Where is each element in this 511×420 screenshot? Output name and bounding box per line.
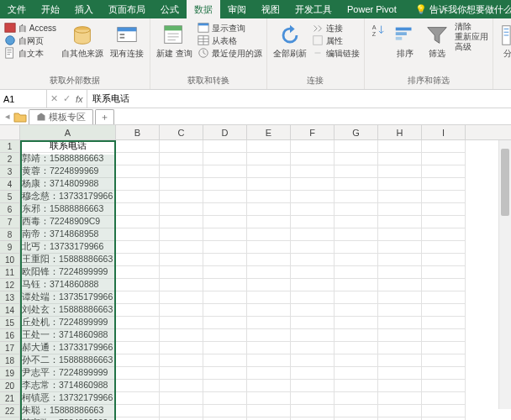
- cell[interactable]: [335, 279, 378, 291]
- cell[interactable]: [291, 367, 335, 380]
- cell[interactable]: [203, 266, 247, 279]
- from-web-button[interactable]: 自网页: [4, 34, 56, 46]
- text-to-columns-button[interactable]: 分列: [498, 22, 511, 59]
- cell[interactable]: [291, 317, 335, 329]
- cell[interactable]: [203, 405, 247, 417]
- cell[interactable]: [203, 178, 247, 191]
- row-header[interactable]: 16: [0, 329, 20, 342]
- cell[interactable]: 谭处端：13735179966: [20, 291, 116, 304]
- row-header[interactable]: 6: [0, 203, 20, 216]
- cell[interactable]: [203, 165, 247, 178]
- cell[interactable]: [422, 354, 466, 367]
- from-text-button[interactable]: 自文本: [4, 47, 56, 59]
- sort-asc-button[interactable]: AZ: [369, 22, 387, 39]
- cell[interactable]: [247, 241, 291, 254]
- cell[interactable]: [116, 354, 160, 367]
- cell[interactable]: [422, 178, 466, 191]
- cell[interactable]: [422, 216, 466, 228]
- cell[interactable]: [160, 279, 203, 291]
- cell[interactable]: [203, 380, 247, 392]
- cell[interactable]: [291, 354, 335, 367]
- cell[interactable]: [378, 178, 422, 191]
- cell[interactable]: [203, 354, 247, 367]
- cell[interactable]: [160, 203, 203, 216]
- cell[interactable]: [335, 380, 378, 392]
- cell[interactable]: [247, 367, 291, 380]
- cell[interactable]: [160, 254, 203, 266]
- cell[interactable]: [335, 140, 378, 153]
- ribbon-tab-3[interactable]: 页面布局: [101, 0, 153, 18]
- cell[interactable]: [291, 291, 335, 304]
- cell[interactable]: [203, 279, 247, 291]
- cell[interactable]: [116, 165, 160, 178]
- cell[interactable]: [422, 367, 466, 380]
- cell[interactable]: [203, 367, 247, 380]
- cell[interactable]: [335, 178, 378, 191]
- col-header[interactable]: F: [291, 125, 335, 139]
- cell[interactable]: [422, 392, 466, 405]
- cell[interactable]: [116, 291, 160, 304]
- cell[interactable]: 王处一：3714860988: [20, 329, 116, 342]
- cell[interactable]: 欧阳锋：7224899999: [20, 266, 116, 279]
- row-header[interactable]: 21: [0, 392, 20, 405]
- cell[interactable]: 西毒：72248909C9: [20, 216, 116, 228]
- row-header[interactable]: 10: [0, 254, 20, 266]
- row-header[interactable]: 18: [0, 354, 20, 367]
- properties-button[interactable]: 属性: [312, 34, 360, 46]
- cell[interactable]: [422, 304, 466, 317]
- existing-connections-button[interactable]: 现有连接: [108, 22, 145, 59]
- cell[interactable]: [247, 342, 291, 354]
- cell[interactable]: [116, 329, 160, 342]
- cell[interactable]: [378, 342, 422, 354]
- col-header[interactable]: A: [20, 125, 116, 139]
- cell[interactable]: [247, 317, 291, 329]
- row-header[interactable]: 4: [0, 178, 20, 191]
- cell[interactable]: [116, 216, 160, 228]
- cell[interactable]: [116, 140, 160, 153]
- row-header[interactable]: 17: [0, 342, 20, 354]
- ribbon-tab-6[interactable]: 审阅: [220, 0, 254, 18]
- new-query-button[interactable]: 新建 查询: [155, 22, 194, 59]
- cell[interactable]: [247, 191, 291, 203]
- cell[interactable]: [160, 329, 203, 342]
- formula-input[interactable]: 联系电话: [87, 90, 511, 108]
- cells-area[interactable]: 联系电话郭靖：15888886663黄蓉：7224899969杨康：371480…: [20, 140, 511, 420]
- cell[interactable]: [291, 405, 335, 417]
- cell[interactable]: [422, 241, 466, 254]
- cell[interactable]: [378, 254, 422, 266]
- cell[interactable]: [378, 153, 422, 165]
- cell[interactable]: [291, 254, 335, 266]
- cell[interactable]: [378, 228, 422, 241]
- cell[interactable]: [247, 165, 291, 178]
- cell[interactable]: [116, 153, 160, 165]
- row-header[interactable]: 7: [0, 216, 20, 228]
- cell[interactable]: [160, 354, 203, 367]
- row-header[interactable]: 19: [0, 367, 20, 380]
- cell[interactable]: [378, 191, 422, 203]
- cell[interactable]: [247, 405, 291, 417]
- cell[interactable]: [160, 367, 203, 380]
- cell[interactable]: 郭靖：15888886663: [20, 153, 116, 165]
- cell[interactable]: [291, 140, 335, 153]
- cell[interactable]: [116, 304, 160, 317]
- cell[interactable]: [160, 342, 203, 354]
- select-all-corner[interactable]: [0, 125, 20, 140]
- ribbon-tab-0[interactable]: 文件: [0, 0, 34, 18]
- cell[interactable]: [203, 216, 247, 228]
- cell[interactable]: 北丐：13733179966: [20, 241, 116, 254]
- cell[interactable]: [378, 165, 422, 178]
- cell[interactable]: [335, 191, 378, 203]
- cell[interactable]: [291, 153, 335, 165]
- cell[interactable]: [203, 203, 247, 216]
- cell[interactable]: [378, 241, 422, 254]
- cell[interactable]: [422, 279, 466, 291]
- cell[interactable]: [335, 392, 378, 405]
- cell[interactable]: [291, 279, 335, 291]
- cell[interactable]: [378, 140, 422, 153]
- cell[interactable]: [291, 241, 335, 254]
- cell[interactable]: [203, 329, 247, 342]
- cell[interactable]: [247, 140, 291, 153]
- cell[interactable]: [335, 291, 378, 304]
- cell[interactable]: [160, 140, 203, 153]
- cell[interactable]: [378, 392, 422, 405]
